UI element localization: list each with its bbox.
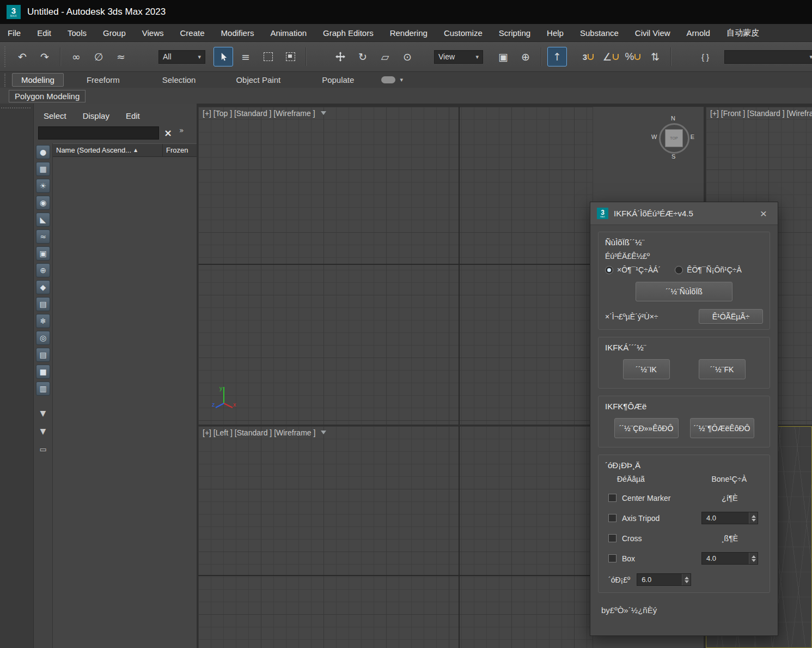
explorer-menu-display[interactable]: Display [83, 111, 109, 120]
menu-edit[interactable]: Edit [37, 28, 51, 38]
explorer-rows[interactable] [53, 157, 197, 648]
filter-frozen-button[interactable]: ❄ [36, 314, 50, 328]
edit-named-selection-sets-button[interactable]: { } [695, 47, 715, 66]
radio-manual-select-bones[interactable]: ÊÖ¶¯Ñ¡Ôñ¹Ç÷À [675, 265, 742, 274]
select-and-place-button[interactable]: ⊙ [398, 47, 417, 66]
menu-auto-skin[interactable]: 自动蒙皮 [726, 28, 759, 38]
usage-help-button[interactable]: Ê¹ÓÃËµÃ÷ [699, 309, 763, 324]
ribbon-minimize-icon[interactable]: ▾ [400, 76, 403, 83]
select-object-button[interactable] [213, 47, 233, 66]
ribbon-options-icon[interactable] [381, 76, 395, 83]
filter-xrefs-button[interactable]: ⊕ [36, 263, 50, 277]
menu-views[interactable]: Views [142, 28, 164, 38]
spinner-down-icon[interactable] [685, 580, 689, 585]
select-and-move-button[interactable] [331, 47, 350, 66]
tab-object-paint[interactable]: Object Paint [235, 74, 282, 86]
viewport-top-label[interactable]: [+] [Top ] [Standard ] [Wireframe ] [203, 109, 326, 118]
menu-create[interactable]: Create [180, 28, 205, 38]
reference-coordsys-dropdown[interactable]: View ▾ [434, 50, 483, 64]
menu-graph-editors[interactable]: Graph Editors [323, 28, 374, 38]
spinner-up-icon[interactable] [752, 553, 756, 558]
spinner-up-icon[interactable] [685, 574, 689, 579]
viewcube[interactable]: TOP N E S W [651, 116, 695, 159]
viewcube-east[interactable]: E [691, 134, 694, 140]
filter-geometry-button[interactable]: ▦ [36, 162, 50, 176]
toolbar-drag-handle[interactable] [4, 46, 5, 67]
create-switch-attr-button[interactable]: ´´½¨ÇÐ»»ÊôÐÔ [614, 418, 679, 438]
filter-spacewarps-button[interactable]: ≈ [36, 229, 50, 244]
create-align-attr-button[interactable]: ´´½¨¶ÔÆëÊôÐÔ [690, 418, 754, 438]
explorer-menu-edit[interactable]: Edit [126, 111, 140, 120]
spinner-arrows[interactable] [682, 574, 691, 585]
viewport-filter-icon[interactable] [321, 111, 326, 118]
select-and-manipulate-button[interactable]: ⊕ [516, 47, 535, 66]
spinner-arrows[interactable] [749, 512, 758, 524]
create-fk-button[interactable]: ´´½¨FK [699, 359, 746, 379]
menu-rendering[interactable]: Rendering [390, 28, 428, 38]
create-spline-button[interactable]: ´´½¨ÑùÌõÏß [636, 282, 732, 301]
dialog-close-icon[interactable]: × [756, 208, 771, 219]
keyboard-shortcut-override-button[interactable]: ↑ [547, 47, 567, 66]
window-crossing-button[interactable] [280, 47, 300, 66]
spinner-down-icon[interactable] [752, 519, 756, 524]
bone-width-spinner[interactable]: 4.0 [701, 512, 758, 524]
create-ik-button[interactable]: ´´½¨IK [623, 359, 670, 379]
percent-snap-button[interactable]: % [623, 47, 643, 66]
viewport-left-label[interactable]: [+] [Left ] [Standard ] [Wireframe ] [203, 428, 326, 437]
dialog-title-bar[interactable]: 3 MAX IKFKÁ´ÌõÉú³ÉÆ÷v4.5 × [590, 202, 778, 225]
size-spinner[interactable]: 6.0 [637, 573, 691, 586]
bind-to-space-warp-button[interactable]: ≈ [111, 47, 131, 66]
tab-modeling[interactable]: Modeling [12, 73, 64, 87]
custom-filter-icon[interactable]: ▼ [40, 423, 46, 439]
menu-group[interactable]: Group [103, 28, 126, 38]
search-clear-icon[interactable]: × [164, 128, 172, 138]
column-frozen-header[interactable]: Frozen [163, 146, 197, 154]
column-name-header[interactable]: Name (Sorted Ascend... ▲ [53, 144, 163, 156]
radio-unselected-icon[interactable] [675, 266, 683, 274]
tab-populate[interactable]: Populate [321, 74, 355, 86]
use-pivot-point-button[interactable]: ▣ [493, 47, 513, 66]
menu-help[interactable]: Help [547, 28, 564, 38]
redo-button[interactable]: ↷ [35, 47, 54, 66]
filter-bones-button[interactable]: ◆ [36, 280, 50, 294]
filter-hidden-button[interactable]: ◎ [36, 331, 50, 345]
filter-groups-button[interactable]: ▣ [36, 246, 50, 261]
selection-filter-dropdown[interactable]: All ▾ [158, 50, 205, 64]
undo-button[interactable]: ↶ [13, 47, 32, 66]
panel-expand-icon[interactable]: » [179, 126, 184, 135]
radio-selected-icon[interactable] [605, 266, 613, 274]
viewcube-west[interactable]: W [651, 134, 657, 140]
viewcube-top-face[interactable]: TOP [665, 129, 683, 147]
select-and-scale-button[interactable]: ▱ [375, 47, 395, 66]
menu-arnold[interactable]: Arnold [687, 28, 710, 38]
select-by-name-button[interactable]: ≡ [236, 47, 255, 66]
filter-helpers-button[interactable]: ◣ [36, 213, 50, 227]
filter-materials-button[interactable]: ▤ [36, 348, 50, 362]
selection-region-button[interactable] [258, 47, 278, 66]
polygon-modeling-panel[interactable]: Polygon Modeling [9, 90, 86, 102]
viewcube-south[interactable]: S [671, 153, 675, 160]
menu-modifiers[interactable]: Modifiers [221, 28, 254, 38]
container-icon[interactable]: ▭ [39, 441, 46, 457]
spinner-arrows[interactable] [749, 553, 758, 564]
menu-scripting[interactable]: Scripting [499, 28, 530, 38]
spinner-up-icon[interactable] [752, 513, 756, 518]
spinner-down-icon[interactable] [752, 559, 756, 564]
panel-drag-handle[interactable] [1, 107, 30, 108]
snaps-toggle-button[interactable]: 3 [578, 47, 598, 66]
filter-lights-button[interactable]: ☀ [36, 179, 50, 193]
bone-height-spinner[interactable]: 4.0 [701, 552, 758, 565]
select-and-link-button[interactable]: ∞ [66, 47, 86, 66]
named-selection-sets-dropdown[interactable]: ▾ [724, 50, 812, 64]
filter-layers-button[interactable]: ▥ [36, 381, 50, 396]
filter-all-button[interactable]: ● [36, 145, 50, 159]
cross-checkbox[interactable] [608, 534, 616, 542]
ribbon-drag-handle[interactable] [4, 74, 8, 87]
viewcube-north[interactable]: N [671, 115, 675, 122]
viewport-front-label[interactable]: [+] [Front ] [Standard ] [Wireframe ] [710, 109, 812, 118]
center-marker-checkbox[interactable] [608, 494, 616, 502]
menu-substance[interactable]: Substance [580, 28, 619, 38]
menu-civil-view[interactable]: Civil View [635, 28, 670, 38]
explorer-search-input[interactable] [38, 126, 159, 140]
menu-customize[interactable]: Customize [444, 28, 483, 38]
